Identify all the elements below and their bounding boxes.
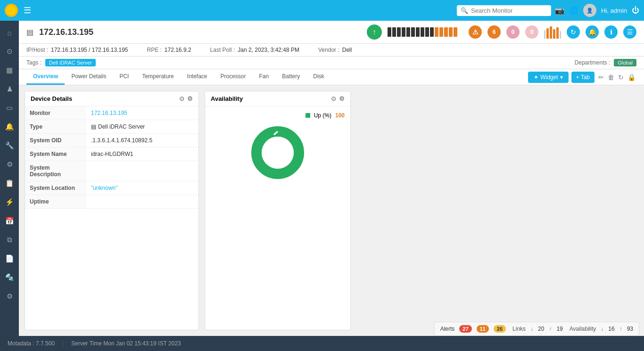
- sidebar: ⌂ ⊙ ▦ ♟ ▭ 🔔 🔧 ⚙ 📋 ⚡ 📅 ⧉ 📄 🔩 ⚙: [0, 21, 19, 336]
- legend-dot: [305, 113, 310, 118]
- power-icon[interactable]: ⏻: [632, 6, 639, 15]
- sidebar-item-search[interactable]: ⊙: [1, 43, 18, 59]
- tab-pci[interactable]: PCI: [113, 69, 135, 85]
- avatar[interactable]: 👤: [583, 4, 596, 17]
- legend-value: 100: [335, 112, 345, 119]
- tab-processor[interactable]: Processor: [214, 69, 253, 85]
- info-button[interactable]: ℹ: [604, 25, 618, 39]
- sidebar-item-bell[interactable]: 🔔: [1, 119, 18, 135]
- edit-icon[interactable]: ✏: [597, 73, 605, 82]
- sidebar-item-settings[interactable]: ⚙: [1, 156, 18, 172]
- availability-content: Up (%) 100: [205, 106, 350, 187]
- avail-down-icon: ↓: [601, 326, 603, 332]
- chevron-down-icon: ▾: [560, 74, 563, 81]
- uptime-value: [86, 195, 198, 209]
- username: Hi, admin: [601, 7, 627, 14]
- sparkline-chart: [544, 25, 561, 39]
- sidebar-item-home[interactable]: ⌂: [1, 24, 18, 41]
- sidebar-item-monitor[interactable]: ▭: [1, 100, 18, 116]
- sidebar-item-file[interactable]: 📄: [1, 251, 18, 267]
- sidebar-item-wrench[interactable]: 🔩: [1, 269, 18, 286]
- device-title: 172.16.13.195: [39, 27, 93, 37]
- avail-down-value: 16: [608, 326, 614, 332]
- alerts-bar: Alerts 27 11 26 Links ↓ 20 ↑ 19 Availabi…: [434, 322, 639, 336]
- device-info-row: IP/Host : 172.16.13.195 / 172.16.13.195 …: [19, 44, 644, 57]
- tab-temperature[interactable]: Temperature: [135, 69, 180, 85]
- avail-settings-icon[interactable]: ⊙: [331, 95, 336, 102]
- tags-label: Tags :: [26, 59, 41, 66]
- svg-point-1: [262, 137, 294, 169]
- progress-bar: [388, 25, 463, 39]
- content-area: ▤ 172.16.13.195 ↑: [19, 21, 644, 336]
- rpe-value: 172.16.9.2: [165, 47, 191, 53]
- tab-fan[interactable]: Fan: [253, 69, 276, 85]
- menu-button[interactable]: ☰: [623, 25, 636, 39]
- tab-disk[interactable]: Disk: [306, 69, 330, 85]
- camera-icon[interactable]: 📷: [555, 6, 564, 15]
- availability-title: Availability: [211, 95, 243, 102]
- panel-gear-icon[interactable]: ⚙: [187, 95, 193, 102]
- server-icon: ▤: [26, 28, 33, 37]
- main-layout: ⌂ ⊙ ▦ ♟ ▭ 🔔 🔧 ⚙ 📋 ⚡ 📅 ⧉ 📄 🔩 ⚙ ▤ 172.16.1…: [0, 21, 644, 336]
- panel-settings-icon[interactable]: ⊙: [179, 95, 184, 102]
- ip-host-label: IP/Host :: [26, 47, 48, 53]
- panels-area: Device Details ⊙ ⚙ Monitor 172.16.13.195…: [19, 85, 644, 336]
- avail-up-icon: ↑: [619, 326, 622, 332]
- availability-header: Availability ⊙ ⚙: [205, 91, 350, 106]
- arrow-up-icon: ↑: [372, 28, 376, 36]
- device-details-table: Monitor 172.16.13.195 Type ▤Dell iDRAC S…: [25, 106, 198, 209]
- monitor-value: 172.16.13.195: [86, 106, 198, 120]
- globe-icon[interactable]: 🌐: [569, 6, 578, 15]
- table-row: Type ▤Dell iDRAC Server: [25, 120, 198, 134]
- sidebar-item-gear[interactable]: ⚙: [1, 288, 18, 304]
- sidebar-item-users[interactable]: ♟: [1, 81, 18, 97]
- widget-icon: ✦: [534, 74, 538, 81]
- tag-badge[interactable]: Dell iDRAC Server: [45, 59, 96, 66]
- sidebar-item-layers[interactable]: ▦: [1, 62, 18, 78]
- refresh-button[interactable]: ↻: [567, 25, 580, 39]
- sidebar-item-tools[interactable]: 🔧: [1, 138, 18, 154]
- alert-count-badge[interactable]: 6: [487, 25, 501, 39]
- uptime-label: Uptime: [25, 195, 86, 209]
- links-up-icon: ↑: [549, 326, 552, 332]
- system-loc-label: System Location: [25, 181, 86, 195]
- lock-icon[interactable]: 🔒: [627, 73, 636, 82]
- alert-count-orange: 11: [477, 325, 489, 333]
- tab-battery[interactable]: Battery: [275, 69, 306, 85]
- tab-power-details[interactable]: Power Details: [65, 69, 113, 85]
- badge-pink[interactable]: 0: [506, 25, 520, 39]
- device-header: ▤ 172.16.13.195 ↑: [19, 21, 644, 44]
- sidebar-item-calendar[interactable]: 📅: [1, 213, 18, 229]
- monitor-label: Monitor: [25, 106, 86, 120]
- table-row: System OID .1.3.6.1.4.1.674.10892.5: [25, 134, 198, 147]
- alert-count-yellow: 26: [494, 325, 506, 333]
- add-tab-button[interactable]: + Tab: [571, 72, 594, 83]
- alerts-label: Alerts: [440, 326, 455, 332]
- table-row: Monitor 172.16.13.195: [25, 106, 198, 120]
- notification-button[interactable]: 🔔: [586, 25, 599, 39]
- hamburger-menu[interactable]: ☰: [22, 3, 33, 17]
- avail-label: Availability: [570, 326, 596, 332]
- dept-badge[interactable]: Global: [614, 59, 636, 66]
- sidebar-item-report[interactable]: 📋: [1, 175, 18, 191]
- delete-icon[interactable]: 🗑: [607, 73, 615, 82]
- device-details-header: Device Details ⊙ ⚙: [25, 91, 198, 106]
- type-label: Type: [25, 120, 86, 134]
- status-bar: Motadata : 7.7.500 | Server Time Mon Jan…: [0, 336, 644, 351]
- sidebar-item-bolt[interactable]: ⚡: [1, 194, 18, 210]
- search-input[interactable]: [471, 7, 547, 14]
- app-logo[interactable]: [5, 4, 18, 17]
- status-up-button[interactable]: ↑: [367, 24, 382, 40]
- links-down-value: 20: [538, 326, 544, 332]
- tabs-row: Overview Power Details PCI Temperature I…: [19, 69, 644, 85]
- device-details-title: Device Details: [31, 95, 72, 102]
- restore-icon[interactable]: ↻: [617, 73, 625, 82]
- sidebar-item-copy[interactable]: ⧉: [1, 232, 18, 248]
- tab-interface[interactable]: Inteface: [181, 69, 214, 85]
- tab-overview[interactable]: Overview: [26, 69, 65, 85]
- avail-gear-icon[interactable]: ⚙: [339, 95, 345, 102]
- badge-lightpink[interactable]: 0: [525, 25, 538, 39]
- search-icon: 🔍: [461, 7, 468, 14]
- widget-button[interactable]: ✦ Widget ▾: [528, 72, 568, 83]
- warning-icon-badge[interactable]: ⚠: [469, 25, 482, 39]
